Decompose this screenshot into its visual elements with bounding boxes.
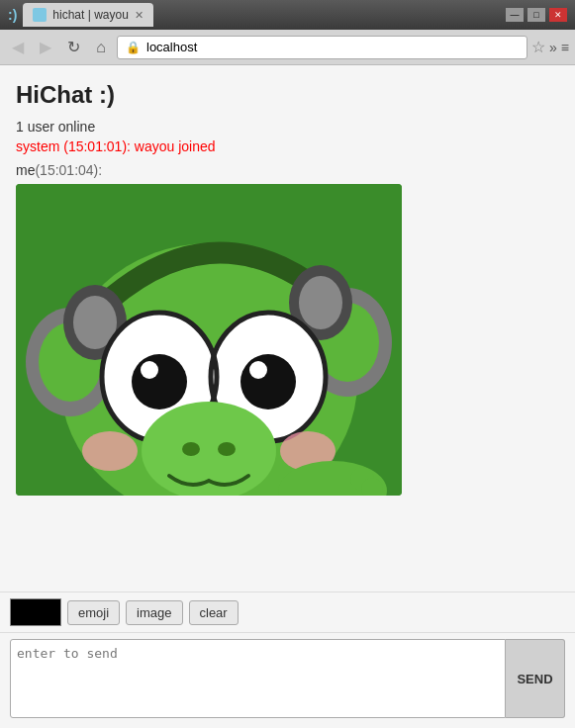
forward-button[interactable]: ▶ [34,36,57,59]
page: HiChat :) 1 user online system (15:01:01… [0,65,575,728]
home-button[interactable]: ⌂ [89,36,113,59]
send-button[interactable]: SEND [506,639,565,718]
tab-close-button[interactable]: ✕ [135,9,144,22]
address-bar[interactable]: 🔒 localhost [117,36,527,59]
browser-tab[interactable]: hichat | wayou ✕ [23,3,153,27]
cartoon-svg [16,184,402,496]
address-text: localhost [146,40,197,54]
svg-point-21 [82,431,138,471]
tab-favicon [33,8,47,22]
menu-button[interactable]: ≡ [561,40,569,55]
expand-button[interactable]: » [549,40,557,55]
minimize-button[interactable]: — [506,8,524,22]
emoji-button[interactable]: emoji [67,600,120,625]
back-button[interactable]: ◀ [6,36,30,59]
bookmark-button[interactable]: ☆ [531,38,545,56]
title-bar: :) hichat | wayou ✕ — □ ✕ [0,0,575,30]
svg-point-15 [240,354,296,410]
maximize-button[interactable]: □ [527,8,545,22]
browser-icon: :) [8,7,17,23]
svg-point-14 [132,354,187,410]
page-content: HiChat :) 1 user online system (15:01:01… [0,65,575,592]
me-label: me [16,162,35,178]
svg-point-9 [299,276,342,329]
me-time: (15:01:04): [35,162,102,178]
input-area: SEND [0,632,575,728]
tab-title: hichat | wayou [52,8,129,22]
system-time: (15:01:01): [63,138,131,154]
image-button[interactable]: image [126,600,182,625]
svg-point-17 [249,361,267,379]
close-button[interactable]: ✕ [549,8,567,22]
svg-point-16 [141,361,158,379]
join-message: wayou joined [135,138,216,154]
clear-button[interactable]: clear [189,600,239,625]
navigation-bar: ◀ ▶ ↻ ⌂ 🔒 localhost ☆ » ≡ [0,30,575,65]
reload-button[interactable]: ↻ [61,36,85,59]
toolbar: emoji image clear [0,592,575,632]
system-message: system (15:01:01): wayou joined [16,138,559,154]
message-author: me(15:01:04): [16,162,559,178]
user-count: 1 user online [16,119,559,135]
page-title: HiChat :) [16,81,559,109]
color-swatch[interactable] [10,598,61,626]
system-label: system [16,138,59,154]
svg-point-19 [182,442,200,456]
message-input[interactable] [10,639,506,718]
svg-point-20 [218,442,236,456]
chat-image [16,184,402,496]
address-lock-icon: 🔒 [126,41,141,54]
window-controls: — □ ✕ [506,8,567,22]
